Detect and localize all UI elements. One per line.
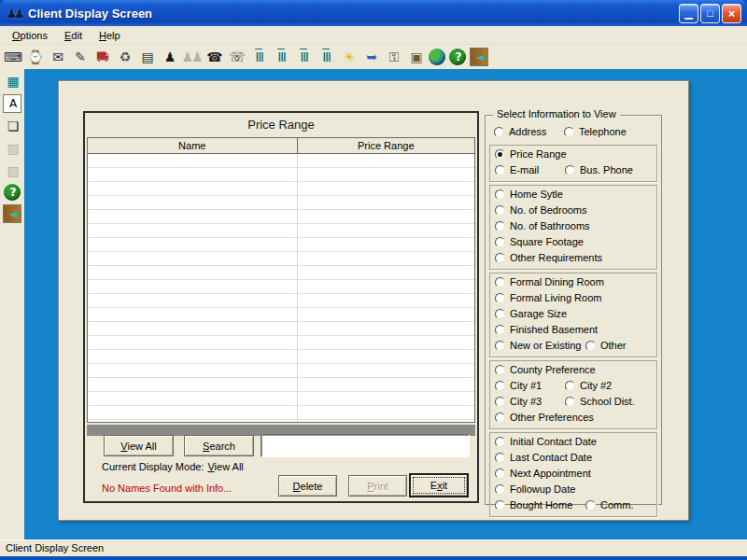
radio-new-or-existing[interactable]: New or Existing <box>495 340 581 351</box>
copy-icon[interactable]: ❏ <box>3 117 21 135</box>
car-icon[interactable]: ⛟ <box>92 48 111 66</box>
info-row: Initial Contact Date <box>494 435 653 451</box>
radio-other-preferences[interactable]: Other Preferences <box>495 412 594 423</box>
trash-icon[interactable]: ♻ <box>115 48 134 66</box>
person-icon[interactable]: ♟ <box>160 48 178 66</box>
radio-formal-dining-room[interactable]: Formal Dining Room <box>495 276 604 287</box>
delete-button[interactable]: Delete <box>278 475 337 497</box>
column-header-name[interactable]: Name <box>88 138 297 153</box>
building-icon-3[interactable]: Ⅲ <box>294 48 313 66</box>
spreadsheet-icon[interactable]: ▦ <box>3 72 21 91</box>
globe-icon[interactable] <box>429 49 445 65</box>
info-row: Garage Size <box>494 307 653 323</box>
menu-options[interactable]: Options <box>4 28 56 43</box>
building-icon-1[interactable]: Ⅲ <box>249 48 268 66</box>
send-document-icon[interactable]: ➥ <box>361 48 380 66</box>
print-button[interactable]: Print <box>348 475 407 497</box>
picture-icon-2[interactable]: ▨ <box>3 161 21 180</box>
info-row: New or ExistingOther <box>494 339 653 355</box>
radio-circle-icon <box>495 189 505 200</box>
radio-last-contact-date[interactable]: Last Contact Date <box>495 452 592 463</box>
building-icon-2[interactable]: Ⅲ <box>272 48 290 66</box>
minimize-button[interactable]: ▁ <box>679 4 698 23</box>
info-row: Next Appointment <box>494 467 653 483</box>
maximize-button[interactable]: □ <box>700 4 720 23</box>
status-message: No Names Found with Info... <box>102 483 232 494</box>
radio-city-1[interactable]: City #1 <box>495 380 542 391</box>
radio-circle-icon <box>495 341 505 351</box>
radio-square-footage[interactable]: Square Footage <box>495 236 584 247</box>
radio-initial-contact-date[interactable]: Initial Contact Date <box>495 436 597 447</box>
phone-icon[interactable]: ☎ <box>204 48 223 66</box>
menu-edit[interactable]: Edit <box>56 28 91 43</box>
radio-no-of-bathrooms[interactable]: No. of Bathrooms <box>495 220 590 231</box>
radio-circle-icon <box>495 381 505 391</box>
help-icon[interactable]: ? <box>4 184 21 201</box>
radio-bus-phone[interactable]: Bus. Phone <box>565 164 633 175</box>
radio-county-preference[interactable]: County Preference <box>495 364 596 375</box>
view-all-button[interactable]: View All <box>104 435 174 456</box>
radio-circle-icon <box>565 165 575 175</box>
radio-label: No. of Bedrooms <box>510 204 587 216</box>
info-row: City #1City #2 <box>494 379 653 395</box>
info-row: Formal Dining Room <box>494 275 653 291</box>
search-input[interactable] <box>261 434 470 457</box>
lightbulb-icon[interactable]: ☀ <box>339 48 358 66</box>
exit-door-icon[interactable]: ◄ <box>3 204 21 223</box>
window-controls: ▁ □ × <box>679 4 741 23</box>
radio-other-requirements[interactable]: Other Requirements <box>495 252 602 263</box>
radio-other[interactable]: Other <box>585 340 627 351</box>
people-icon[interactable]: ♟♟ <box>182 48 201 66</box>
cardfile-icon[interactable]: ▤ <box>137 48 156 66</box>
panel-title: Price Range <box>85 113 477 137</box>
info-row: Other Preferences <box>494 411 653 427</box>
title-bar[interactable]: ♟♟ Client Display Screen ▁ □ × <box>0 0 747 26</box>
radio-no-of-bedrooms[interactable]: No. of Bedrooms <box>495 204 587 216</box>
info-panel-sections: AddressTelephonePrice RangeE-mailBus. Ph… <box>486 116 661 519</box>
radio-home-sytle[interactable]: Home Sytle <box>495 189 563 200</box>
radio-circle-icon <box>495 293 505 303</box>
computer-icon[interactable]: ⌨ <box>3 48 21 66</box>
radio-city-2[interactable]: City #2 <box>565 380 612 391</box>
radio-bought-home[interactable]: Bought Home <box>495 499 572 511</box>
radio-telephone[interactable]: Telephone <box>564 126 627 137</box>
envelope-icon[interactable]: ✉ <box>48 48 66 66</box>
radio-garage-size[interactable]: Garage Size <box>495 308 567 319</box>
briefcase-icon[interactable]: ▣ <box>406 48 425 66</box>
radio-circle-icon <box>495 253 505 263</box>
radio-city-3[interactable]: City #3 <box>495 396 542 407</box>
help-icon[interactable]: ? <box>449 49 466 65</box>
exit-button[interactable]: Exit <box>409 473 469 497</box>
radio-price-range[interactable]: Price Range <box>495 148 567 160</box>
radio-school-dist[interactable]: School Dist. <box>565 396 635 407</box>
table-header: NamePrice Range <box>87 137 475 154</box>
radio-label: Other Preferences <box>510 412 594 423</box>
radio-followup-date[interactable]: Followup Date <box>495 483 575 495</box>
building-icon-4[interactable]: Ⅲ <box>317 48 335 66</box>
radio-circle-icon <box>495 437 505 447</box>
column-header-price-range[interactable]: Price Range <box>297 138 474 153</box>
menu-help[interactable]: Help <box>91 28 129 43</box>
radio-label: School Dist. <box>580 396 635 407</box>
picture-icon-1[interactable]: ▨ <box>3 139 21 158</box>
clock-icon[interactable]: ⌚ <box>25 48 44 66</box>
radio-e-mail[interactable]: E-mail <box>495 164 539 175</box>
font-icon[interactable]: A <box>3 94 21 113</box>
radio-label: Other Requirements <box>510 252 602 263</box>
search-button[interactable]: Search <box>184 435 254 456</box>
radio-formal-living-room[interactable]: Formal Living Room <box>495 292 601 303</box>
table-body[interactable] <box>87 154 475 423</box>
dialer-icon[interactable]: ☏ <box>227 48 246 66</box>
radio-comm[interactable]: Comm. <box>585 499 633 511</box>
radio-address[interactable]: Address <box>494 126 546 137</box>
info-panel-title: Select Information to View <box>493 108 620 119</box>
radio-next-appointment[interactable]: Next Appointment <box>495 468 591 479</box>
padlock-icon[interactable]: ⚿ <box>384 48 402 66</box>
radio-finished-basement[interactable]: Finished Basement <box>495 324 598 335</box>
close-button[interactable]: × <box>722 4 741 23</box>
notes-icon[interactable]: ✎ <box>70 48 89 66</box>
exit-door-icon[interactable]: ◄ <box>470 48 488 66</box>
app-window: ♟♟ Client Display Screen ▁ □ × Options E… <box>0 0 747 560</box>
display-mode-value: View All <box>207 461 243 472</box>
info-section-4: Formal Dining RoomFormal Living RoomGara… <box>489 273 657 357</box>
